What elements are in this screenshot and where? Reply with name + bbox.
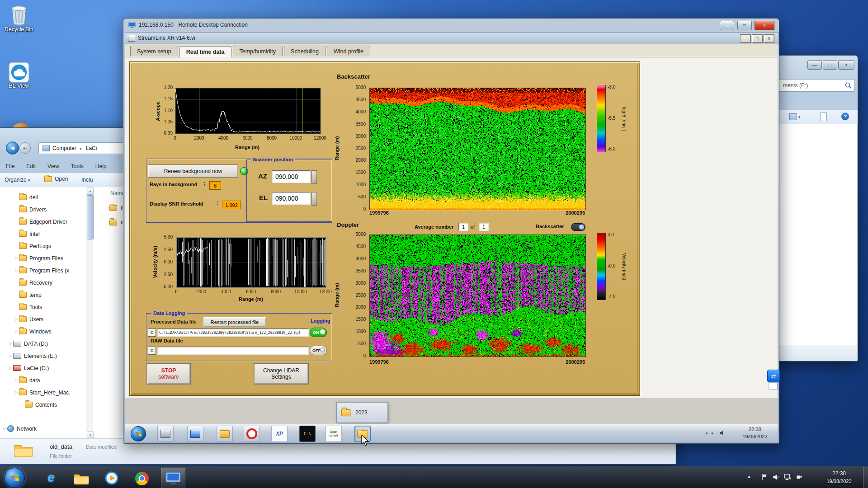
tree-item-dell[interactable]: dell <box>0 191 86 203</box>
chrome-taskbar-icon[interactable] <box>132 470 152 487</box>
expand-arrow-icon[interactable]: ▷ <box>8 366 13 370</box>
remote-monitor-icon[interactable] <box>187 426 203 442</box>
tree-item-windows[interactable]: ▷Windows <box>0 325 86 338</box>
tray-chevron-icon[interactable]: ▲ <box>747 474 751 479</box>
processed-drive-icon[interactable]: C <box>148 328 156 337</box>
expand-arrow-icon[interactable]: ▷ <box>14 317 19 321</box>
rdp-maximize-button[interactable]: □ <box>737 21 752 30</box>
tray-right-arrow-icon[interactable]: ▸ <box>712 431 714 435</box>
remote-yellow-app-icon[interactable] <box>217 426 233 442</box>
snr-value-field[interactable]: 1.002 <box>222 201 241 209</box>
tab-temp-humidity[interactable]: Temp/humidity <box>233 46 283 56</box>
menu-help[interactable]: Help <box>95 163 107 171</box>
rdp-titlebar[interactable]: 192.168.0.150 - Remote Desktop Connectio… <box>123 19 779 32</box>
renew-background-button[interactable]: Renew background now <box>148 164 238 178</box>
tree-item-contents[interactable]: Contents <box>0 399 86 411</box>
menu-file[interactable]: File <box>6 163 14 171</box>
expand-arrow-icon[interactable]: ▷ <box>14 390 19 394</box>
rays-value-field[interactable]: 8 <box>209 181 221 190</box>
labview-close-button[interactable]: × <box>764 34 774 43</box>
remote-start-button[interactable] <box>131 426 146 441</box>
scroll-up-button[interactable]: ▴ <box>87 188 94 195</box>
average-number-field[interactable]: 1 <box>458 223 468 231</box>
wmp-taskbar-icon[interactable] <box>101 469 122 487</box>
tab-system-setup[interactable]: System setup <box>130 46 178 56</box>
views-button[interactable]: ▾ <box>789 113 801 120</box>
remote-app-icon[interactable] <box>157 426 174 442</box>
forward-button[interactable]: ▶ <box>19 142 31 154</box>
labview-restore-button[interactable]: □ <box>752 34 763 43</box>
el-field[interactable]: 090.000 <box>272 192 311 205</box>
include-button[interactable]: Inclu <box>81 177 93 183</box>
ie-taskbar-icon[interactable]: e <box>41 469 61 487</box>
minimize-button[interactable]: — <box>807 60 822 70</box>
tree-item-temp[interactable]: temp <box>0 289 86 301</box>
menu-edit[interactable]: Edit <box>26 163 36 171</box>
power-plug-icon[interactable] <box>796 474 803 483</box>
expand-arrow-icon[interactable]: ▷ <box>14 329 19 333</box>
close-button[interactable]: × <box>838 60 854 70</box>
preview-pane-icon[interactable] <box>820 113 827 121</box>
expand-arrow-icon[interactable]: ▷ <box>14 378 19 382</box>
backscatter-toggle[interactable] <box>571 223 585 231</box>
tree-item-program-files[interactable]: ▷Program Files <box>0 252 86 264</box>
bl-view-desktop-icon[interactable]: BL-View <box>2 62 36 89</box>
labview-minimize-button[interactable]: — <box>740 34 751 43</box>
tree-item-data-d[interactable]: ▷DATA (D:) <box>0 338 86 350</box>
processed-logging-toggle[interactable]: ON <box>310 328 327 337</box>
scroll-down-button[interactable]: ▾ <box>87 432 94 439</box>
network-icon[interactable] <box>784 474 792 483</box>
tree-item-users[interactable]: ▷Users <box>0 313 86 325</box>
organize-button[interactable]: Organize ▾ <box>5 177 30 183</box>
tree-item-tools[interactable]: Tools <box>0 301 86 313</box>
processed-path-field[interactable]: C:\LiDAR\Data\Proc\2023\202308\20230819\… <box>157 328 309 337</box>
tree-scrollbar[interactable]: ▴ ▾ <box>86 187 93 438</box>
folder-window-2023[interactable]: 2023 <box>336 402 388 423</box>
menu-tools[interactable]: Tools <box>71 163 84 171</box>
remote-xp-icon[interactable]: XP <box>271 426 288 442</box>
action-center-flag-icon[interactable] <box>761 474 768 483</box>
recycle-bin-desktop-icon[interactable]: Recycle Bin <box>2 4 36 33</box>
scrollbar-thumb[interactable] <box>87 195 94 239</box>
show-desktop-button[interactable] <box>863 467 868 488</box>
expand-arrow-icon[interactable]: ▷ <box>8 354 13 358</box>
raw-drive-icon[interactable]: C <box>148 347 156 355</box>
raw-path-field[interactable] <box>157 347 309 355</box>
az-field[interactable]: 090.000 <box>272 170 311 183</box>
remote-scan-sched-icon[interactable]: Scan sched <box>326 426 342 442</box>
tree-item-start-here-mac[interactable]: ▷Start_Here_Mac. <box>0 386 86 399</box>
tree-item-program-files-x[interactable]: ▷Program Files (x <box>0 264 86 277</box>
rdp-taskbar-icon[interactable] <box>161 468 185 488</box>
remote-volume-icon[interactable] <box>719 430 725 438</box>
search-input[interactable]: ments (E:) <box>779 79 855 92</box>
average-count-field[interactable]: 1 <box>479 223 489 231</box>
host-clock[interactable]: 22:30 19/08/2023 <box>816 469 862 485</box>
expand-arrow-icon[interactable]: ▷ <box>2 427 7 431</box>
breadcrumb-computer[interactable]: Computer <box>52 145 76 151</box>
back-button[interactable]: ◀ <box>6 141 19 155</box>
tree-item-perflogs[interactable]: PerfLogs <box>0 240 86 252</box>
rays-spinner[interactable]: ▴▾ <box>204 181 205 186</box>
tab-real-time-data[interactable]: Real time data <box>179 46 231 57</box>
expand-arrow-icon[interactable]: ▷ <box>14 268 19 272</box>
search-icon[interactable] <box>844 82 852 91</box>
rdp-minimize-button[interactable]: — <box>720 21 734 30</box>
snr-spinner[interactable]: ▴▾ <box>217 201 218 206</box>
maximize-button[interactable]: □ <box>823 60 837 70</box>
remote-stop-icon[interactable] <box>244 426 260 442</box>
explorer-taskbar-icon[interactable] <box>71 470 92 487</box>
restart-processed-button[interactable]: Restart processed file <box>203 317 266 327</box>
menu-view[interactable]: View <box>47 163 59 171</box>
tray-left-arrow-icon[interactable]: ◂ <box>705 431 708 435</box>
expand-arrow-icon[interactable]: ▷ <box>14 256 19 260</box>
tree-item-elements-e[interactable]: ▷Elements (E:) <box>0 350 86 362</box>
remote-cmd-icon[interactable]: C:\ <box>299 426 316 442</box>
rdp-close-button[interactable]: × <box>755 21 774 30</box>
tree-item-recovery[interactable]: Recovery <box>0 277 86 289</box>
breadcrumb-lacie[interactable]: LaCi <box>86 145 97 151</box>
labview-titlebar[interactable]: StreamLine XR v14-6.vi — □ × <box>125 32 778 45</box>
open-button[interactable]: Open <box>44 176 68 182</box>
tree-item-drivers[interactable]: Drivers <box>0 203 86 216</box>
tree-item-data[interactable]: ▷data <box>0 374 86 386</box>
tree-item-intel[interactable]: Intel <box>0 228 86 240</box>
